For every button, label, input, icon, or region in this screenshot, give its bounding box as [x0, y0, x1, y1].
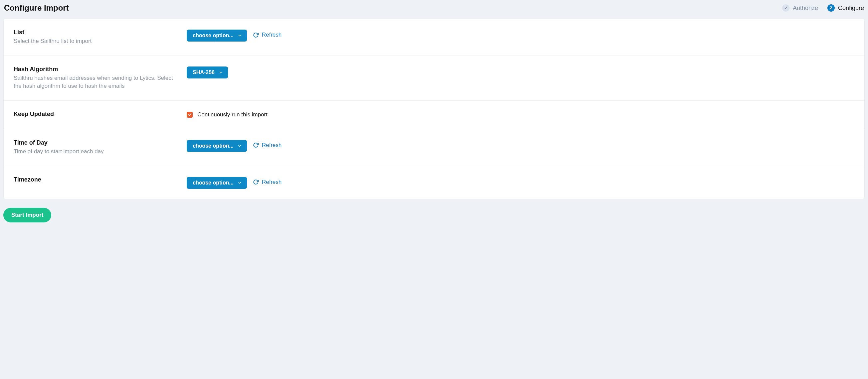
field-desc: Time of day to start import each day	[13, 148, 180, 156]
field-control-col: SHA-256	[187, 66, 855, 91]
timezone-refresh-link[interactable]: Refresh	[253, 177, 282, 185]
field-title: Time of Day	[13, 139, 180, 146]
select-value: SHA-256	[193, 69, 215, 75]
row-hash-algorithm: Hash Algorithm Sailthru hashes email add…	[4, 56, 864, 101]
chevron-down-icon	[238, 144, 242, 148]
field-desc: Select the Sailthru list to import	[13, 37, 180, 45]
refresh-label: Refresh	[262, 142, 282, 149]
select-value: choose option...	[193, 33, 234, 39]
chevron-down-icon	[238, 181, 242, 185]
stepper: Authorize 2 Configure	[782, 4, 864, 12]
config-card: List Select the Sailthru list to import …	[3, 19, 865, 199]
step-number-badge: 2	[827, 4, 835, 12]
field-label-col: Hash Algorithm Sailthru hashes email add…	[13, 66, 187, 91]
field-control-col: choose option... Refresh	[187, 29, 855, 45]
field-label-col: Keep Updated	[13, 111, 187, 119]
start-import-button[interactable]: Start Import	[3, 208, 51, 222]
footer: Start Import	[0, 199, 868, 222]
field-title: List	[13, 29, 180, 36]
row-list: List Select the Sailthru list to import …	[4, 19, 864, 56]
field-title: Hash Algorithm	[13, 66, 180, 73]
chevron-down-icon	[238, 34, 242, 38]
refresh-label: Refresh	[262, 32, 282, 38]
time-of-day-select[interactable]: choose option...	[187, 140, 247, 152]
field-label-col: Time of Day Time of day to start import …	[13, 139, 187, 156]
time-of-day-refresh-link[interactable]: Refresh	[253, 140, 282, 149]
keep-updated-checkbox[interactable]	[187, 112, 193, 118]
checkbox-label: Continuously run this import	[197, 111, 268, 118]
field-control-col: Continuously run this import	[187, 111, 855, 119]
field-label-col: Timezone	[13, 176, 187, 189]
field-control-col: choose option... Refresh	[187, 139, 855, 156]
timezone-select[interactable]: choose option...	[187, 177, 247, 189]
step-configure[interactable]: 2 Configure	[827, 4, 864, 12]
hash-select[interactable]: SHA-256	[187, 67, 228, 78]
field-label-col: List Select the Sailthru list to import	[13, 29, 187, 45]
field-desc: Sailthru hashes email addresses when sen…	[13, 74, 180, 91]
check-icon	[188, 113, 192, 117]
list-select[interactable]: choose option...	[187, 30, 247, 41]
step-authorize[interactable]: Authorize	[782, 4, 818, 12]
page-title: Configure Import	[4, 3, 69, 13]
list-refresh-link[interactable]: Refresh	[253, 30, 282, 38]
row-timezone: Timezone choose option... Refresh	[4, 166, 864, 199]
row-time-of-day: Time of Day Time of day to start import …	[4, 129, 864, 166]
select-value: choose option...	[193, 180, 234, 186]
refresh-label: Refresh	[262, 179, 282, 185]
keep-updated-checkbox-wrap[interactable]: Continuously run this import	[187, 111, 268, 118]
step-label: Configure	[838, 5, 864, 12]
select-value: choose option...	[193, 143, 234, 149]
field-title: Keep Updated	[13, 111, 180, 118]
refresh-icon	[253, 179, 258, 185]
page-header: Configure Import Authorize 2 Configure	[0, 0, 868, 19]
check-icon	[782, 4, 789, 12]
refresh-icon	[253, 142, 258, 148]
row-keep-updated: Keep Updated Continuously run this impor…	[4, 101, 864, 129]
chevron-down-icon	[219, 70, 223, 74]
step-label: Authorize	[793, 5, 818, 12]
field-control-col: choose option... Refresh	[187, 176, 855, 189]
field-title: Timezone	[13, 176, 180, 183]
refresh-icon	[253, 32, 258, 38]
